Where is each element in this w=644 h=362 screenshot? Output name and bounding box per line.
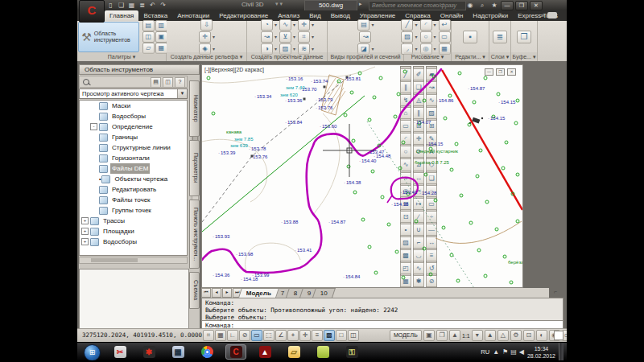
layers-icon[interactable]: ≣ [493,31,507,43]
panel-label-0[interactable]: Палитры ▾ [77,52,166,61]
key-utility-icon[interactable]: ⚿ [341,344,362,360]
pin-icon[interactable]: ◫ [163,77,173,88]
tree-horizontal-scrollbar[interactable] [79,257,188,264]
profile-view-icon[interactable]: ▤ [357,19,369,31]
qnew-icon[interactable]: ▯ [106,1,115,10]
dyninput-toggle[interactable]: ✛ [299,330,311,341]
vp-close-button[interactable]: ✕ [507,68,516,76]
chrome-icon[interactable] [196,344,217,360]
tree-item-Структурные линии[interactable]: Структурные линии [80,142,187,153]
survey-toolspace-icon[interactable]: ◫ [142,31,155,43]
3dosnap-toggle[interactable]: ⬚ [263,330,275,341]
chevron-down-icon[interactable]: ▼ [177,89,187,98]
panel-label-6[interactable]: Слои ▾ [489,52,510,61]
command-history[interactable]: Команда:Выберите объекты: Противоположны… [201,298,564,321]
profile-icon[interactable]: ⊻ [279,31,291,43]
ribbon-minimize-icon[interactable] [547,12,557,19]
layout-nav-0[interactable]: ⏮ [201,288,211,298]
tree-item-Водосборы[interactable]: Водосборы [80,111,187,121]
active-drawing-view-select[interactable]: Просмотр активного чертежа ▼ [79,88,188,99]
collapse-all-icon[interactable]: ▤ [151,77,161,88]
calculator-icon[interactable]: ▦ [167,344,188,360]
tree-item-Границы[interactable]: Границы [80,132,187,142]
polyline-icon[interactable]: ↩ [439,19,451,31]
osnap-toggle[interactable]: ▭ [251,330,262,341]
search-icon[interactable]: ⌕ [477,1,487,10]
parcel-icon[interactable]: ◔ [261,19,273,31]
application-menu-button[interactable]: C [79,0,105,23]
vp-minimize-button[interactable]: — [485,68,493,76]
quick-view-drawings-icon[interactable]: ❐ [436,330,448,341]
scale-caret[interactable]: ▾ [472,330,483,341]
viewport-view-label[interactable]: [-][Верхняя][2D каркас] [204,67,264,72]
panel-label-2[interactable]: Создать проектные данные [247,52,327,61]
isolate-objects-icon[interactable]: ◐ [536,330,547,341]
tab-overflow-icon[interactable]: » [541,10,544,21]
layout-tab-10[interactable]: 10 [312,288,336,298]
layout-nav-1[interactable]: ◂ [212,288,221,298]
expand-icon[interactable]: + [81,228,89,235]
side-tab-Панель инструмен...[interactable]: Панель инструмен... [189,200,200,269]
tree-item-Группы точек[interactable]: Группы точек [80,205,187,216]
hatch-icon[interactable]: ▨ [401,31,413,43]
arc-icon[interactable]: ◜ [420,19,432,31]
line-icon[interactable]: ╱ [401,19,413,31]
rectangle-icon[interactable]: ▭ [439,31,451,43]
panel-label-1[interactable]: Создать данные рельефа ▾ [167,52,246,61]
clock[interactable]: 15:34 28.02.2012 [527,345,555,360]
help-search-input[interactable]: Введите ключевое слово/фразу [369,1,466,10]
tree-item-Маски[interactable]: Маски [80,101,187,111]
properties-palette-icon[interactable]: ▤ [142,20,155,31]
points-icon[interactable]: ✛ [199,31,211,43]
search-icon[interactable] [83,79,89,85]
side-tab-Съемка[interactable]: Съемка [189,272,200,309]
lineweight-toggle[interactable]: ≡ [312,330,323,341]
start-button[interactable]: ⊞ [84,344,101,361]
panel-label-4[interactable]: Рисование ▾ [404,52,451,61]
tree-item-Площадки[interactable]: +Площадки [80,226,187,237]
alignment-icon[interactable]: ↝ [261,31,273,43]
intersections-icon[interactable]: ✛ [298,19,310,31]
import-survey-data-icon[interactable]: ⇩ [200,19,213,31]
volume-icon[interactable]: ◀ [519,348,524,356]
tab-Главная[interactable]: Главная [105,10,138,21]
workspace-caret-icon[interactable]: ▾ ▾ [275,1,283,7]
autodesk-star-icon[interactable]: ★ [489,1,499,10]
collapse-icon[interactable]: - [90,123,97,130]
plot-icon[interactable]: ≣ [138,1,147,10]
tree-item-Файлы точек[interactable]: Файлы точек [80,195,187,205]
expand-icon[interactable]: + [81,217,89,224]
tab-Вывод[interactable]: Вывод [326,10,355,21]
annotation-scale-icon[interactable]: ▲ [449,330,460,341]
acrobat-icon[interactable]: ▲ [254,344,275,360]
layout-nav-2[interactable]: ▸ [222,288,232,298]
tree-item-Водосборы[interactable]: +Водосборы [80,237,187,247]
expand-icon[interactable]: + [81,238,89,245]
minimize-button[interactable]: — [501,1,514,10]
model-space-button[interactable]: МОДЕЛЬ [390,330,422,341]
drawing-viewport[interactable]: [-][Верхняя][2D каркас] —❐✕ [201,64,523,288]
workspace-switching-icon[interactable]: ⚙ [510,330,522,341]
snap-toggle[interactable]: ⌗ [203,330,214,341]
restore-button[interactable]: ❐ [515,1,528,10]
ortho-toggle[interactable]: ∟ [227,330,238,341]
close-button[interactable]: ✕ [530,1,543,10]
save-icon[interactable]: ▦ [127,1,136,10]
vp-restore-button[interactable]: ❐ [496,68,505,76]
action-center-icon[interactable]: ⚑ [502,348,508,356]
show-desktop-button[interactable] [559,343,564,361]
transparency-toggle[interactable]: ▩ [324,330,335,341]
language-indicator[interactable]: RU [481,348,489,356]
tray-expand-icon[interactable]: ▲ [493,348,499,356]
exchange-icon[interactable]: ◉ [465,1,475,10]
clipboard-icon[interactable]: ❐ [517,31,531,43]
redo-icon[interactable]: ↷ [159,1,167,10]
polar-toggle[interactable]: ⊘ [239,330,250,341]
cycling-toggle[interactable]: ◫ [348,330,359,341]
grid-toggle[interactable]: ▦ [215,330,226,341]
toolbar-lock-icon[interactable]: ⊡ [523,330,535,341]
sample-lines-icon[interactable]: ↝ [359,31,371,43]
edit-panel-icon[interactable]: ▪ [463,31,477,43]
side-tab-Параметры[interactable]: Параметры [189,140,200,196]
annotation-scale-value[interactable]: 1:1 [462,333,470,339]
